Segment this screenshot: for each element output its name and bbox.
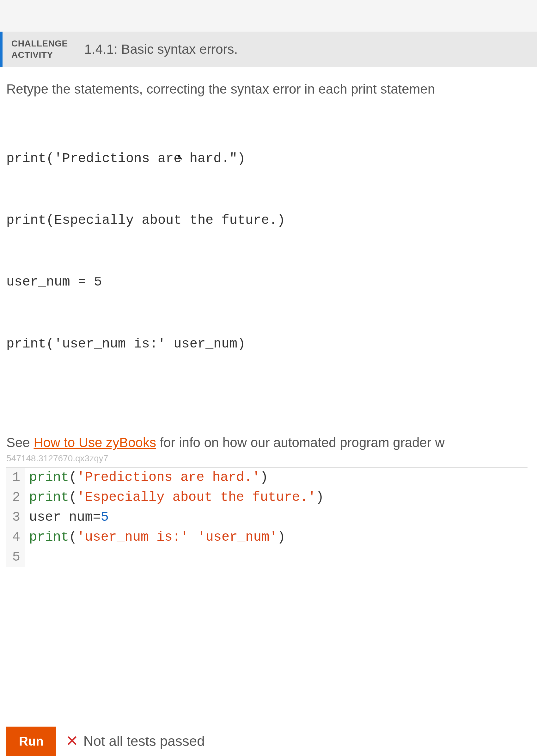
line-number: 1	[6, 468, 25, 487]
run-bar: Run ✕ Not all tests passed	[6, 720, 527, 756]
activity-header: CHALLENGE ACTIVITY 1.4.1: Basic syntax e…	[0, 32, 537, 67]
code-line-text[interactable]	[25, 547, 29, 567]
instructions-text: Retype the statements, correcting the sy…	[6, 80, 527, 99]
x-icon: ✕	[66, 734, 78, 749]
code-line-text[interactable]: print('user_num is:' 'user_num')	[25, 527, 285, 547]
line-number: 4	[6, 527, 25, 547]
activity-content: Retype the statements, correcting the sy…	[0, 67, 537, 756]
see-prefix: See	[6, 435, 33, 450]
run-button[interactable]: Run	[6, 727, 56, 756]
problem-code-line: print('user_num is:' user_num)	[6, 334, 527, 355]
challenge-label-line1: CHALLENGE	[11, 38, 68, 49]
editor-line[interactable]: 2print('Especially about the future.')	[6, 487, 527, 508]
problem-code-line: user_num = 5	[6, 272, 527, 292]
code-line-text[interactable]: print('Predictions are hard.')	[25, 468, 268, 487]
editor-line[interactable]: 5	[6, 547, 527, 567]
problem-code-block: print('Predictions are hard.") print(Esp…	[6, 107, 527, 416]
see-suffix: for info on how our automated program gr…	[156, 435, 445, 450]
line-number: 3	[6, 508, 25, 527]
text-cursor	[189, 531, 189, 545]
problem-code-line: print('Predictions are hard.")	[6, 148, 527, 169]
challenge-activity-label: CHALLENGE ACTIVITY	[3, 32, 77, 67]
code-line-text[interactable]: user_num=5	[25, 508, 109, 527]
watermark-text: 547148.3127670.qx3zqy7	[6, 453, 527, 464]
code-line-text[interactable]: print('Especially about the future.')	[25, 487, 324, 508]
test-result-status: ✕ Not all tests passed	[66, 733, 205, 749]
see-how-line: See How to Use zyBooks for info on how o…	[6, 435, 527, 450]
activity-title: 1.4.1: Basic syntax errors.	[77, 32, 537, 67]
problem-code-line: print(Especially about the future.)	[6, 210, 527, 231]
challenge-label-line2: ACTIVITY	[11, 49, 68, 61]
editor-line[interactable]: 1print('Predictions are hard.')	[6, 468, 527, 487]
editor-line[interactable]: 4print('user_num is:' 'user_num')	[6, 527, 527, 547]
code-editor[interactable]: 1print('Predictions are hard.')2print('E…	[6, 467, 527, 720]
editor-line[interactable]: 3user_num=5	[6, 508, 527, 527]
line-number: 5	[6, 547, 25, 567]
result-status-text: Not all tests passed	[83, 733, 205, 749]
line-number: 2	[6, 487, 25, 508]
how-to-use-zybooks-link[interactable]: How to Use zyBooks	[33, 435, 156, 450]
